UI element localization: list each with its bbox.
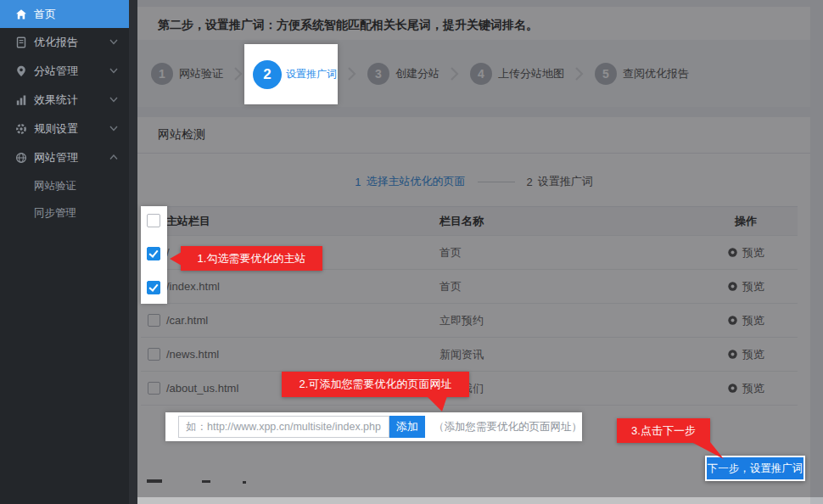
chevron-down-icon [109,68,118,74]
sidebar-item-rules[interactable]: 规则设置 [0,115,129,143]
chevron-up-icon [109,154,118,160]
row-checkbox[interactable] [147,281,160,294]
callout-text: 3.点击下一步 [631,424,696,437]
home-icon [15,8,27,20]
sidebar-item-label: 规则设置 [34,121,78,137]
sidebar-item-stats[interactable]: 效果统计 [0,86,129,115]
sidebar-subitem-sync-manage[interactable]: 同步管理 [0,199,129,227]
chevron-down-icon [109,126,118,132]
map-pin-icon [15,65,27,77]
sidebar: 首页 优化报告 分站管理 效果统计 规则设置 网站管理 网站验证 [0,0,129,504]
sidebar-item-report[interactable]: 优化报告 [0,28,129,57]
sidebar-item-home[interactable]: 首页 [0,0,129,28]
sidebar-gutter [129,0,137,504]
report-icon [15,36,27,48]
highlight-step-2: 2 设置推广词 [244,44,338,104]
callout-text: 2.可添加您需要优化的页面网址 [300,378,452,390]
tour-callout-1: 1.勾选需要优化的主站 [181,246,322,271]
row-checkbox[interactable] [147,247,160,260]
highlight-add-url-row: 添加 （添加您需要优化的页面网址） [165,412,582,441]
chevron-down-icon [109,97,118,103]
active-step-number: 2 [253,60,282,89]
add-url-input[interactable] [178,416,389,438]
sidebar-item-label: 优化报告 [34,35,78,50]
select-all-checkbox[interactable] [147,214,160,227]
tour-callout-2: 2.可添加您需要优化的页面网址 [282,372,469,397]
bar-chart-icon [15,94,27,106]
tour-dim-overlay-bottom [137,497,823,504]
app-root: 首页 优化报告 分站管理 效果统计 规则设置 网站管理 网站验证 [0,0,823,504]
highlight-checkbox-column [141,206,167,304]
callout-arrow-left-icon [170,251,182,266]
active-step-label: 设置推广词 [286,67,337,81]
sidebar-item-label: 效果统计 [34,92,78,108]
sidebar-subitem-label: 同步管理 [34,206,76,221]
callout-arrow-down-right-icon [690,442,725,460]
sidebar-item-label: 首页 [34,7,56,22]
sidebar-item-site-manage[interactable]: 网站管理 [0,143,129,172]
add-url-button[interactable]: 添加 [389,416,425,438]
add-url-hint: （添加您需要优化的页面网址） [434,420,582,434]
tour-callout-3: 3.点击下一步 [617,418,710,443]
gear-icon [15,123,27,135]
sidebar-subitem-label: 网站验证 [34,179,76,193]
sidebar-subitem-site-verify[interactable]: 网站验证 [0,172,129,199]
chevron-down-icon [109,39,118,45]
sidebar-item-subsites[interactable]: 分站管理 [0,57,129,86]
sidebar-item-label: 网站管理 [34,150,78,165]
callout-text: 1.勾选需要优化的主站 [198,252,306,265]
globe-icon [15,152,27,164]
sidebar-item-label: 分站管理 [34,64,78,79]
callout-arrow-down-icon [424,396,450,412]
